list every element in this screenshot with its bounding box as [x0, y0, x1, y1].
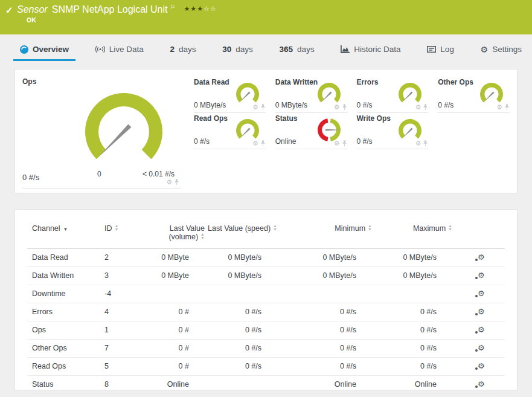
- flag-icon[interactable]: ⚐: [170, 4, 176, 10]
- tab-overview[interactable]: Overview: [13, 39, 75, 61]
- tab-30-days[interactable]: 30 days: [216, 39, 260, 61]
- table-row: Downtime -4 ⚙: [27, 285, 505, 303]
- column-header-id[interactable]: ID▲▼: [103, 218, 145, 249]
- pin-icon[interactable]: [423, 104, 428, 111]
- channel-gear-icon[interactable]: ⚙: [496, 104, 502, 111]
- column-header-minimum[interactable]: Minimum▲▼: [277, 218, 372, 249]
- tab-bar: Overview Live Data 2 days 30 days 365 da…: [13, 39, 528, 61]
- channel-name: Write Ops: [27, 394, 103, 397]
- page-title: SNMP NetApp Logical Unit: [52, 4, 168, 15]
- last-value-speed: 0 #/s: [205, 394, 277, 397]
- tab-2-days[interactable]: 2 days: [164, 39, 203, 61]
- channel-name: Status: [27, 376, 103, 394]
- gauge-value: 0 #/s: [438, 101, 453, 109]
- pin-icon[interactable]: [260, 104, 266, 111]
- column-header-last-value-volume[interactable]: Last Value (volume)▲▼: [145, 218, 205, 249]
- channel-gear-icon[interactable]: ⚙: [166, 179, 172, 186]
- column-label: Maximum: [413, 224, 446, 233]
- maximum-value: 0 #/s: [372, 321, 452, 340]
- tab-365-days[interactable]: 365 days: [273, 39, 321, 61]
- table-row: Other Ops 7 0 # 0 #/s 0 #/s 0 #/s ⚙: [27, 340, 505, 358]
- last-value-speed: 0 #/s: [205, 321, 277, 340]
- gauge-icon: [20, 45, 28, 54]
- status-badge: OK: [27, 16, 532, 24]
- channel-id: 1: [103, 321, 145, 340]
- last-value-speed: 0 #/s: [205, 340, 277, 358]
- priority-stars[interactable]: ★★★☆☆: [184, 4, 216, 13]
- pin-icon[interactable]: [260, 140, 266, 147]
- channel-gear-icon[interactable]: ⚙: [415, 140, 421, 147]
- channel-name: Read Ops: [27, 358, 103, 376]
- sort-icon: ▲▼: [200, 233, 205, 240]
- gauge-cell-read-ops: Read Ops 0 #/s ⚙: [194, 113, 266, 149]
- minimum-value: 0 #/s: [277, 358, 372, 376]
- gauge-label: Write Ops: [357, 114, 391, 123]
- last-value-speed: 0 MByte/s: [205, 267, 277, 285]
- maximum-value: 0 #/s: [372, 358, 452, 376]
- minimum-value: 0 #/s: [277, 340, 372, 358]
- column-header-channel[interactable]: Channel▼: [27, 218, 103, 249]
- channel-gear-icon[interactable]: ⚙: [415, 104, 421, 111]
- pin-icon[interactable]: [174, 179, 179, 186]
- tab-live-data[interactable]: Live Data: [89, 39, 150, 61]
- tab-log[interactable]: Log: [420, 39, 461, 61]
- maximum-value: 0 MByte/s: [372, 267, 452, 285]
- channel-settings-gear-icon[interactable]: ⚙: [478, 380, 485, 388]
- minimum-value: 0 #/s: [277, 303, 372, 321]
- tab-number: 30: [222, 45, 231, 54]
- log-icon: [427, 46, 436, 53]
- pin-icon[interactable]: [504, 104, 510, 111]
- channel-gear-icon[interactable]: ⚙: [334, 104, 340, 111]
- channel-id: 5: [103, 358, 145, 376]
- last-value-volume: Online: [145, 376, 205, 394]
- tab-label: days: [297, 45, 315, 54]
- channel-settings-gear-icon[interactable]: ⚙: [478, 326, 485, 334]
- channel-id: 2: [103, 249, 145, 267]
- channel-settings-gear-icon[interactable]: ⚙: [478, 289, 485, 297]
- gauge-value: 0 #/s: [357, 137, 373, 146]
- gauge-cell-errors: Errors 0 #/s ⚙: [357, 77, 429, 113]
- pin-icon[interactable]: [342, 140, 347, 147]
- channel-settings-gear-icon[interactable]: ⚙: [478, 308, 485, 315]
- stars-filled[interactable]: ★★★: [184, 5, 204, 12]
- tab-label: Historic Data: [354, 45, 400, 54]
- channel-id: -4: [103, 285, 145, 303]
- gauge-cell-status: Status Online ⚙: [275, 113, 347, 149]
- tab-historic-data[interactable]: Historic Data: [334, 39, 407, 61]
- channel-gear-icon[interactable]: ⚙: [252, 104, 258, 111]
- channel-id: 4: [103, 303, 145, 321]
- empty-cell: [438, 113, 510, 149]
- stars-empty[interactable]: ☆☆: [204, 5, 217, 12]
- sort-desc-icon: ▼: [63, 227, 68, 232]
- maximum-value: 0 #/s: [372, 340, 452, 358]
- last-value-volume: 0 #: [145, 303, 205, 321]
- table-row: Status 8 Online Online Online ⚙: [27, 376, 505, 394]
- tab-settings[interactable]: ⚙ Settings: [474, 39, 528, 61]
- channel-settings-gear-icon[interactable]: ⚙: [478, 271, 485, 279]
- channel-settings-gear-icon[interactable]: ⚙: [478, 362, 485, 370]
- channel-gear-icon[interactable]: ⚙: [252, 140, 258, 147]
- channel-settings-gear-icon[interactable]: ⚙: [478, 253, 485, 261]
- sensor-header: ✓ Sensor SNMP NetApp Logical Unit ⚐ ★★★☆…: [0, 0, 532, 34]
- gauge-label: Data Written: [275, 78, 318, 86]
- pin-icon[interactable]: [423, 140, 428, 147]
- channel-settings-gear-icon[interactable]: ⚙: [478, 344, 485, 352]
- last-value-volume: [145, 285, 205, 303]
- column-header-last-value-speed[interactable]: Last Value (speed)▲▼: [205, 218, 277, 249]
- channel-name: Other Ops: [27, 340, 103, 358]
- channel-name: Errors: [27, 303, 103, 321]
- column-header-maximum[interactable]: Maximum▲▼: [372, 218, 452, 249]
- table-row: Data Written 3 0 MByte 0 MByte/s 0 MByte…: [27, 267, 505, 285]
- object-kind-label: Sensor: [17, 4, 48, 15]
- tab-label: Settings: [492, 45, 522, 54]
- minimum-value: 0 #/s: [277, 394, 372, 397]
- ops-gauge: [75, 81, 172, 178]
- table-row: Write Ops 6 0 # 0 #/s 0 #/s 0 #/s ⚙: [27, 394, 505, 397]
- gauge-cell-write-ops: Write Ops 0 #/s ⚙: [357, 113, 429, 149]
- gauge-label: Other Ops: [438, 78, 473, 86]
- channel-gear-icon[interactable]: ⚙: [334, 140, 340, 147]
- channel-id: 7: [103, 340, 145, 358]
- channels-panel: Channel▼ ID▲▼ Last Value (volume)▲▼ Last…: [14, 209, 518, 390]
- pin-icon[interactable]: [342, 104, 347, 111]
- column-header-settings: [452, 218, 505, 249]
